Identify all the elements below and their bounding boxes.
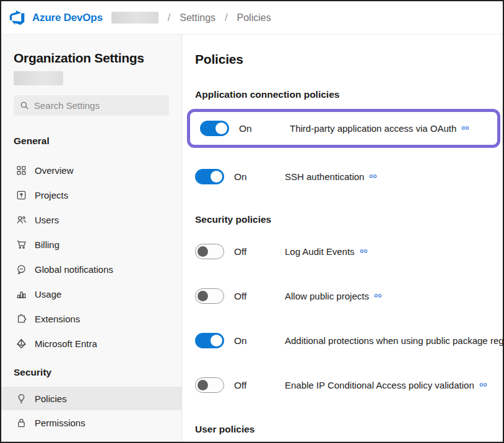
sidebar-item-global-notifications[interactable]: Global notifications [1, 257, 181, 282]
usage-chart-icon [16, 289, 27, 299]
content-area: Organization Settings General Overview [1, 35, 503, 442]
search-settings-box[interactable] [14, 95, 169, 116]
sidebar-item-microsoft-entra[interactable]: Microsoft Entra [1, 331, 181, 356]
section-heading-security-policies: Security policies [195, 213, 503, 226]
policy-label: Log Audit Events [285, 246, 355, 257]
policies-main-panel: Policies Application connection policies… [182, 35, 503, 442]
policy-row-public-projects: Off Allow public projects [195, 288, 503, 304]
policy-row-ssh: On SSH authentication [195, 169, 503, 184]
permissions-lock-icon [16, 418, 27, 428]
overview-grid-icon [16, 165, 27, 176]
policy-row-ip-conditional-access: Off Enable IP Conditional Access policy … [195, 377, 503, 393]
section-heading-application-connection: Application connection policies [195, 88, 503, 101]
toggle-state-label: Off [234, 291, 270, 302]
breadcrumb-separator: / [168, 12, 170, 24]
toggle-ip-conditional-access[interactable] [195, 377, 224, 393]
projects-icon [16, 190, 27, 200]
policy-label: Allow public projects [285, 291, 369, 301]
sidebar-item-label: Extensions [35, 314, 80, 324]
sidebar-item-usage[interactable]: Usage [1, 282, 181, 306]
sidebar-item-label: Global notifications [35, 264, 113, 275]
learn-more-link-icon[interactable] [461, 124, 470, 133]
notifications-bubble-icon [16, 264, 27, 275]
settings-sidebar: Organization Settings General Overview [1, 35, 182, 442]
page-title: Policies [195, 52, 503, 67]
policy-label: Third-party application access via OAuth [290, 123, 456, 134]
brand-title[interactable]: Azure DevOps [32, 12, 103, 24]
section-heading-user-policies: User policies [195, 423, 503, 436]
breadcrumb-separator: / [225, 12, 227, 24]
highlight-annotation-box: On Third-party application access via OA… [187, 109, 500, 148]
toggle-knob [215, 123, 227, 134]
sidebar-security-list: Policies Permissions [1, 387, 181, 435]
policy-label: SSH authentication [285, 171, 364, 182]
azure-devops-logo-icon[interactable] [9, 9, 25, 26]
toggle-knob [198, 291, 208, 301]
billing-cart-icon [16, 239, 27, 250]
sidebar-section-general: General [1, 134, 181, 148]
sidebar-item-projects[interactable]: Projects [1, 183, 181, 207]
learn-more-link-icon[interactable] [479, 381, 488, 390]
sidebar-section-security: Security [1, 366, 181, 379]
search-input[interactable] [34, 100, 163, 111]
toggle-state-label: On [234, 335, 270, 346]
policy-row-oauth: On Third-party application access via OA… [200, 121, 497, 136]
breadcrumb-settings[interactable]: Settings [180, 12, 215, 24]
learn-more-link-icon[interactable] [359, 247, 368, 256]
toggle-knob [211, 171, 222, 183]
sidebar-general-list: Overview Projects Users [1, 158, 181, 356]
toggle-public-projects[interactable] [195, 288, 224, 304]
toggle-knob [198, 246, 208, 257]
policy-row-package-protections: On Additional protections when using pub… [195, 333, 503, 348]
sidebar-item-label: Billing [35, 239, 59, 250]
sidebar-item-label: Policies [35, 394, 67, 404]
toggle-ssh[interactable] [195, 169, 224, 184]
users-icon [16, 215, 27, 225]
toggle-state-label: On [234, 171, 270, 183]
sidebar-item-label: Usage [35, 289, 61, 299]
sidebar-item-users[interactable]: Users [1, 207, 181, 232]
breadcrumb-policies[interactable]: Policies [237, 12, 271, 24]
microsoft-entra-icon [16, 338, 27, 349]
toggle-log-audit[interactable] [195, 244, 224, 259]
sidebar-item-label: Permissions [35, 418, 85, 428]
top-header: Azure DevOps / Settings / Policies [1, 1, 503, 35]
toggle-oauth[interactable] [200, 121, 229, 136]
extensions-puzzle-icon [16, 314, 27, 324]
redacted-org-name [14, 71, 63, 85]
redacted-org-name [111, 12, 159, 24]
policy-label: Enable IP Conditional Access policy vali… [285, 380, 474, 390]
sidebar-title: Organization Settings [1, 51, 181, 66]
learn-more-link-icon[interactable] [373, 291, 383, 301]
sidebar-item-label: Users [35, 215, 59, 225]
sidebar-item-billing[interactable]: Billing [1, 232, 181, 257]
search-icon [20, 101, 29, 110]
sidebar-item-overview[interactable]: Overview [1, 158, 181, 183]
sidebar-item-extensions[interactable]: Extensions [1, 306, 181, 331]
learn-more-link-icon[interactable] [368, 172, 378, 181]
toggle-state-label: On [239, 123, 275, 134]
policy-row-log-audit: Off Log Audit Events [195, 244, 503, 259]
toggle-package-protections[interactable] [195, 333, 224, 348]
sidebar-item-permissions[interactable]: Permissions [1, 410, 181, 435]
policy-label: Additional protections when using public… [285, 335, 503, 346]
sidebar-item-label: Projects [35, 190, 68, 200]
toggle-knob [198, 380, 208, 390]
sidebar-item-policies[interactable]: Policies [1, 387, 181, 410]
toggle-state-label: Off [234, 380, 270, 391]
policies-bulb-icon [16, 394, 27, 404]
app-window: Azure DevOps / Settings / Policies Organ… [0, 0, 504, 443]
toggle-state-label: Off [234, 246, 270, 257]
sidebar-item-label: Microsoft Entra [35, 338, 97, 349]
toggle-knob [211, 335, 222, 346]
sidebar-item-label: Overview [35, 165, 74, 176]
